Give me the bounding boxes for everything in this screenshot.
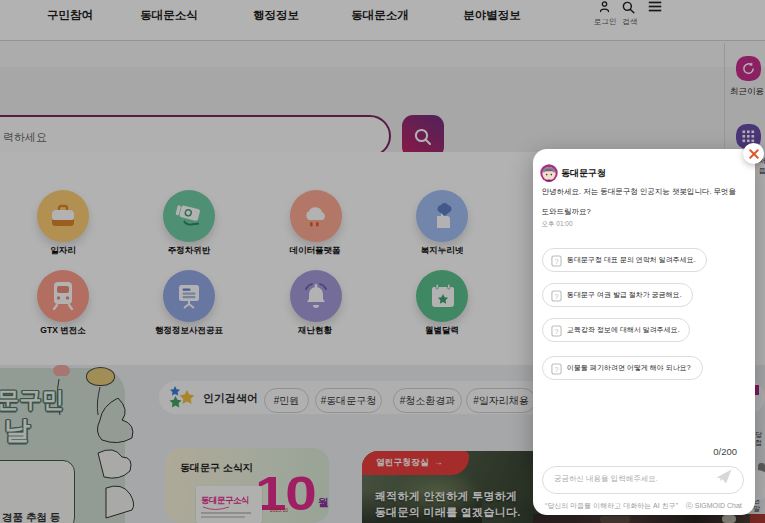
svg-text:?: ? xyxy=(554,292,558,301)
svg-text:?: ? xyxy=(554,257,558,266)
svg-text:?: ? xyxy=(554,327,558,336)
svg-text:?: ? xyxy=(554,365,558,374)
